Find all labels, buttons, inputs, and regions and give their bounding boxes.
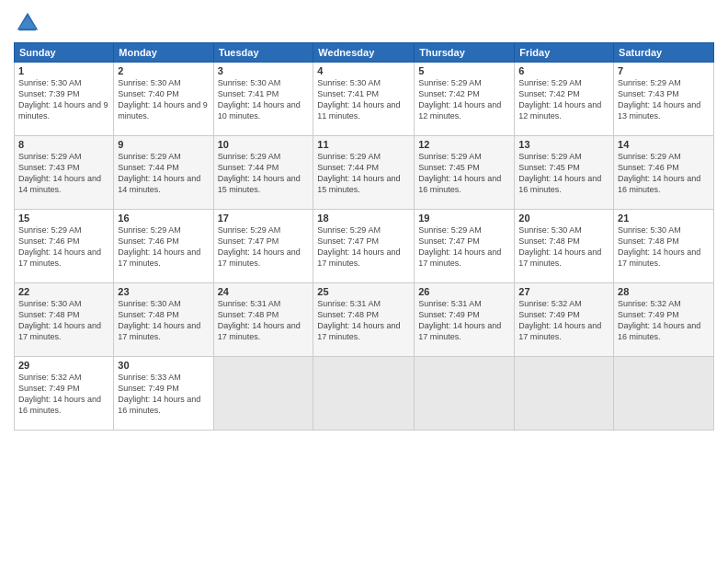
calendar-cell: 14Sunrise: 5:29 AMSunset: 7:46 PMDayligh…: [614, 136, 714, 210]
day-number: 4: [317, 65, 410, 76]
calendar-cell: [515, 357, 614, 431]
calendar-cell: [213, 357, 313, 431]
day-info: Sunrise: 5:29 AMSunset: 7:45 PMDaylight:…: [518, 151, 609, 196]
week-row-3: 15Sunrise: 5:29 AMSunset: 7:46 PMDayligh…: [15, 210, 714, 283]
calendar-cell: 4Sunrise: 5:30 AMSunset: 7:41 PMDaylight…: [313, 63, 415, 136]
calendar-cell: 16Sunrise: 5:29 AMSunset: 7:46 PMDayligh…: [114, 210, 213, 283]
day-number: 8: [18, 139, 109, 150]
day-info: Sunrise: 5:29 AMSunset: 7:45 PMDaylight:…: [418, 151, 510, 196]
day-header-wednesday: Wednesday: [313, 43, 415, 63]
day-number: 26: [418, 286, 510, 297]
day-info: Sunrise: 5:29 AMSunset: 7:43 PMDaylight:…: [618, 77, 710, 122]
calendar-cell: 17Sunrise: 5:29 AMSunset: 7:47 PMDayligh…: [213, 210, 313, 283]
day-info: Sunrise: 5:29 AMSunset: 7:47 PMDaylight:…: [218, 224, 310, 270]
day-info: Sunrise: 5:29 AMSunset: 7:42 PMDaylight:…: [418, 77, 510, 122]
day-number: 12: [418, 139, 510, 150]
calendar-cell: 1Sunrise: 5:30 AMSunset: 7:39 PMDaylight…: [15, 63, 114, 136]
calendar-cell: 26Sunrise: 5:31 AMSunset: 7:49 PMDayligh…: [415, 283, 515, 357]
day-number: 11: [317, 139, 410, 150]
day-info: Sunrise: 5:31 AMSunset: 7:48 PMDaylight:…: [317, 298, 410, 343]
day-info: Sunrise: 5:33 AMSunset: 7:49 PMDaylight:…: [118, 372, 209, 417]
calendar-cell: 9Sunrise: 5:29 AMSunset: 7:44 PMDaylight…: [114, 136, 213, 210]
svg-rect-2: [19, 29, 36, 30]
logo-icon: [14, 9, 41, 37]
day-info: Sunrise: 5:31 AMSunset: 7:49 PMDaylight:…: [418, 298, 510, 343]
day-number: 24: [218, 286, 310, 297]
calendar-cell: 3Sunrise: 5:30 AMSunset: 7:41 PMDaylight…: [213, 63, 313, 136]
day-info: Sunrise: 5:29 AMSunset: 7:44 PMDaylight:…: [317, 151, 410, 196]
day-header-tuesday: Tuesday: [213, 43, 313, 63]
day-info: Sunrise: 5:29 AMSunset: 7:47 PMDaylight:…: [418, 224, 510, 270]
calendar-cell: 7Sunrise: 5:29 AMSunset: 7:43 PMDaylight…: [614, 63, 714, 136]
calendar-cell: 10Sunrise: 5:29 AMSunset: 7:44 PMDayligh…: [213, 136, 313, 210]
day-info: Sunrise: 5:32 AMSunset: 7:49 PMDaylight:…: [18, 372, 109, 417]
calendar-cell: 15Sunrise: 5:29 AMSunset: 7:46 PMDayligh…: [15, 210, 114, 283]
day-number: 10: [218, 139, 310, 150]
day-number: 3: [218, 65, 310, 76]
calendar-cell: 6Sunrise: 5:29 AMSunset: 7:42 PMDaylight…: [515, 63, 614, 136]
day-header-saturday: Saturday: [614, 43, 714, 63]
calendar-cell: 8Sunrise: 5:29 AMSunset: 7:43 PMDaylight…: [15, 136, 114, 210]
calendar-cell: 28Sunrise: 5:32 AMSunset: 7:49 PMDayligh…: [614, 283, 714, 357]
day-number: 27: [518, 286, 609, 297]
day-info: Sunrise: 5:30 AMSunset: 7:41 PMDaylight:…: [317, 77, 410, 122]
day-number: 28: [618, 286, 710, 297]
day-number: 7: [618, 65, 710, 76]
day-number: 14: [618, 139, 710, 150]
day-info: Sunrise: 5:29 AMSunset: 7:44 PMDaylight:…: [118, 151, 209, 196]
calendar-cell: [415, 357, 515, 431]
calendar-cell: 24Sunrise: 5:31 AMSunset: 7:48 PMDayligh…: [213, 283, 313, 357]
day-number: 9: [118, 139, 209, 150]
day-number: 13: [518, 139, 609, 150]
day-info: Sunrise: 5:29 AMSunset: 7:47 PMDaylight:…: [317, 224, 410, 270]
day-number: 23: [118, 286, 209, 297]
day-info: Sunrise: 5:29 AMSunset: 7:46 PMDaylight:…: [118, 224, 209, 270]
day-info: Sunrise: 5:30 AMSunset: 7:48 PMDaylight:…: [518, 224, 609, 270]
week-row-2: 8Sunrise: 5:29 AMSunset: 7:43 PMDaylight…: [15, 136, 714, 210]
day-header-thursday: Thursday: [415, 43, 515, 63]
calendar-cell: 13Sunrise: 5:29 AMSunset: 7:45 PMDayligh…: [515, 136, 614, 210]
calendar-cell: 23Sunrise: 5:30 AMSunset: 7:48 PMDayligh…: [114, 283, 213, 357]
day-number: 18: [317, 213, 410, 224]
calendar-table: SundayMondayTuesdayWednesdayThursdayFrid…: [14, 42, 714, 431]
day-info: Sunrise: 5:31 AMSunset: 7:48 PMDaylight:…: [218, 298, 310, 343]
day-info: Sunrise: 5:29 AMSunset: 7:44 PMDaylight:…: [218, 151, 310, 196]
day-info: Sunrise: 5:32 AMSunset: 7:49 PMDaylight:…: [518, 298, 609, 343]
day-number: 15: [18, 213, 109, 224]
calendar-cell: 22Sunrise: 5:30 AMSunset: 7:48 PMDayligh…: [15, 283, 114, 357]
calendar-cell: 18Sunrise: 5:29 AMSunset: 7:47 PMDayligh…: [313, 210, 415, 283]
day-info: Sunrise: 5:30 AMSunset: 7:48 PMDaylight:…: [618, 224, 710, 270]
page: SundayMondayTuesdayWednesdayThursdayFrid…: [0, 0, 728, 563]
calendar-cell: 21Sunrise: 5:30 AMSunset: 7:48 PMDayligh…: [614, 210, 714, 283]
day-number: 30: [118, 360, 209, 371]
week-row-5: 29Sunrise: 5:32 AMSunset: 7:49 PMDayligh…: [15, 357, 714, 431]
day-header-monday: Monday: [114, 43, 213, 63]
calendar-cell: 30Sunrise: 5:33 AMSunset: 7:49 PMDayligh…: [114, 357, 213, 431]
calendar-cell: 12Sunrise: 5:29 AMSunset: 7:45 PMDayligh…: [415, 136, 515, 210]
calendar-cell: 11Sunrise: 5:29 AMSunset: 7:44 PMDayligh…: [313, 136, 415, 210]
day-number: 19: [418, 213, 510, 224]
calendar-cell: 19Sunrise: 5:29 AMSunset: 7:47 PMDayligh…: [415, 210, 515, 283]
day-number: 1: [18, 65, 109, 76]
day-info: Sunrise: 5:29 AMSunset: 7:46 PMDaylight:…: [618, 151, 710, 196]
day-info: Sunrise: 5:30 AMSunset: 7:40 PMDaylight:…: [118, 77, 209, 122]
day-number: 21: [618, 213, 710, 224]
day-number: 2: [118, 65, 209, 76]
day-header-sunday: Sunday: [15, 43, 114, 63]
calendar-cell: 2Sunrise: 5:30 AMSunset: 7:40 PMDaylight…: [114, 63, 213, 136]
day-info: Sunrise: 5:30 AMSunset: 7:48 PMDaylight:…: [118, 298, 209, 343]
day-number: 22: [18, 286, 109, 297]
header: [14, 9, 714, 37]
calendar-cell: [313, 357, 415, 431]
calendar-cell: 20Sunrise: 5:30 AMSunset: 7:48 PMDayligh…: [515, 210, 614, 283]
week-row-4: 22Sunrise: 5:30 AMSunset: 7:48 PMDayligh…: [15, 283, 714, 357]
day-number: 16: [118, 213, 209, 224]
week-row-1: 1Sunrise: 5:30 AMSunset: 7:39 PMDaylight…: [15, 63, 714, 136]
day-number: 17: [218, 213, 310, 224]
day-info: Sunrise: 5:30 AMSunset: 7:39 PMDaylight:…: [18, 77, 109, 122]
day-info: Sunrise: 5:29 AMSunset: 7:42 PMDaylight:…: [518, 77, 609, 122]
day-number: 25: [317, 286, 410, 297]
day-number: 29: [18, 360, 109, 371]
day-number: 20: [518, 213, 609, 224]
calendar-cell: 5Sunrise: 5:29 AMSunset: 7:42 PMDaylight…: [415, 63, 515, 136]
